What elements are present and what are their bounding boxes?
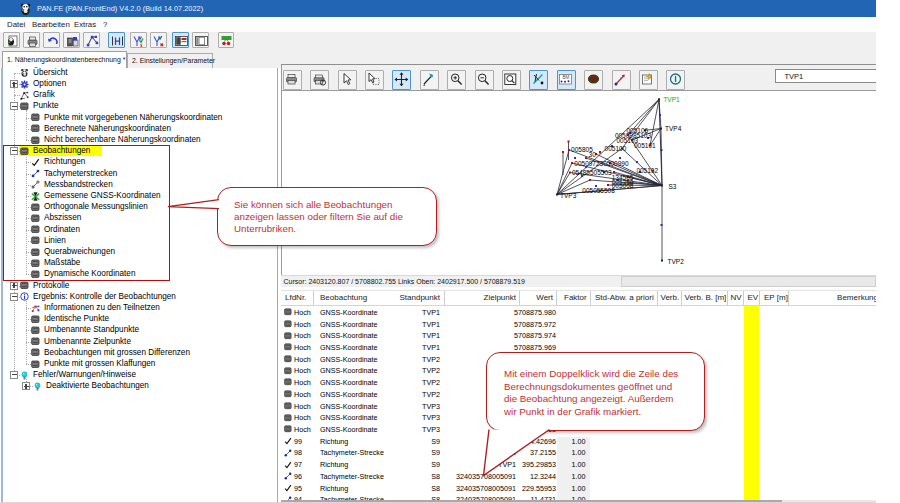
- svg-text:005102: 005102: [636, 167, 658, 174]
- svg-text:S3: S3: [669, 183, 677, 190]
- svg-text:TVP4: TVP4: [665, 125, 682, 132]
- svg-text:005097230500990: 005097230500990: [574, 160, 629, 167]
- svg-text:005101: 005101: [634, 142, 656, 149]
- svg-text:TVP2: TVP2: [668, 258, 685, 265]
- svg-text:TVP3: TVP3: [560, 192, 577, 199]
- svg-text:TVP1: TVP1: [663, 96, 680, 103]
- svg-text:005100: 005100: [605, 145, 627, 152]
- svg-text:BM: BM: [563, 75, 570, 80]
- svg-text:005008: 005008: [612, 182, 634, 189]
- svg-text:005055508: 005055508: [582, 187, 615, 194]
- svg-text:05485505503: 05485505503: [572, 169, 612, 176]
- svg-text:30: 30: [589, 151, 597, 158]
